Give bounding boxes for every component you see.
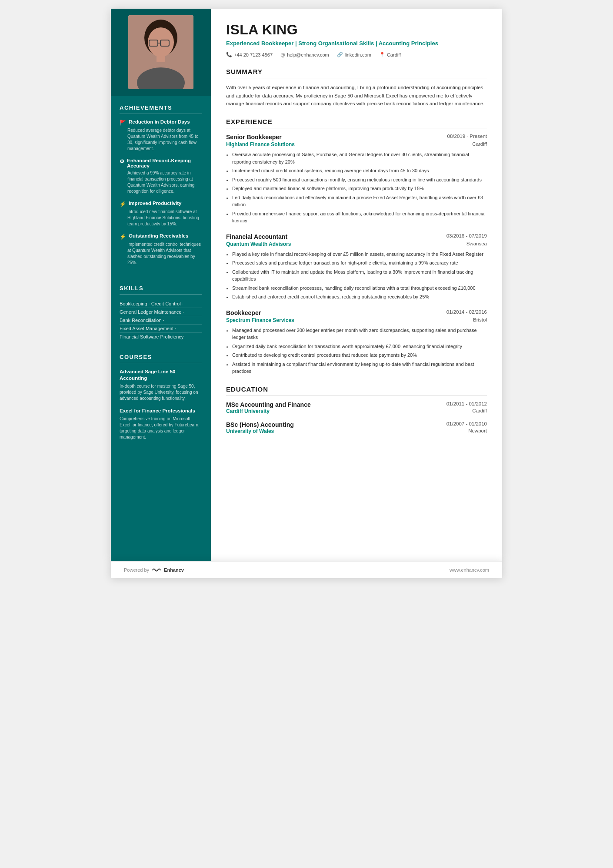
- jobs-list: Senior Bookkeeper 08/2019 - Present High…: [226, 134, 487, 375]
- email-contact: @ help@enhancv.com: [280, 52, 329, 57]
- job-company: Quantum Wealth Advisors: [226, 241, 291, 247]
- candidate-name: ISLA KING: [226, 22, 487, 38]
- job-header: Bookkeeper 01/2014 - 02/2016: [226, 309, 487, 316]
- skill-item: General Ledger Maintenance ·: [120, 308, 202, 316]
- achievement-title: ⚡ Outstanding Receivables: [120, 233, 202, 240]
- job-dates: 08/2019 - Present: [447, 134, 487, 139]
- course-title: Advanced Sage Line 50 Accounting: [120, 369, 202, 382]
- page-footer: Powered by Enhancv www.enhancv.com: [111, 561, 502, 578]
- achievement-desc: Reduced average debtor days at Quantum W…: [120, 127, 202, 152]
- achievement-item: 🚩 Reduction in Debtor Days Reduced avera…: [120, 119, 202, 152]
- location-contact: 📍 Cardiff: [379, 52, 401, 57]
- avatar-container: [111, 9, 211, 96]
- skill-item: Fixed Asset Management ·: [120, 325, 202, 333]
- edu-header: MSc Accounting and Finance 01/2011 - 01/…: [226, 401, 487, 408]
- job-header: Financial Accountant 03/2016 - 07/2019: [226, 233, 487, 240]
- skills-section: SKILLS Bookkeeping · Credit Control ·Gen…: [111, 276, 211, 345]
- edu-header: BSc (Hons) Accounting 01/2007 - 01/2010: [226, 421, 487, 428]
- website-contact: 🔗 linkedin.com: [337, 52, 371, 57]
- skills-title: SKILLS: [120, 285, 202, 295]
- job-item: Bookkeeper 01/2014 - 02/2016 Spectrum Fi…: [226, 309, 487, 375]
- achievement-item: ⚙ Enhanced Record-Keeping Accuracy Achie…: [120, 158, 202, 194]
- edu-school-row: Cardiff University Cardiff: [226, 408, 487, 414]
- job-bullet: Oversaw accurate processing of Sales, Pu…: [232, 151, 487, 165]
- job-bullet: Processed roughly 500 financial transact…: [232, 176, 487, 184]
- skill-item: Financial Software Proficiency: [120, 333, 202, 341]
- job-item: Financial Accountant 03/2016 - 07/2019 Q…: [226, 233, 487, 301]
- course-desc: Comprehensive training on Microsoft Exce…: [120, 416, 202, 440]
- achievement-desc: Implemented credit control techniques at…: [120, 241, 202, 266]
- profile-header: ISLA KING Experienced Bookkeeper | Stron…: [226, 22, 487, 57]
- phone-icon: 📞: [226, 52, 232, 57]
- job-company-row: Spectrum Finance Services Bristol: [226, 317, 487, 323]
- job-header: Senior Bookkeeper 08/2019 - Present: [226, 134, 487, 141]
- job-title: Financial Accountant: [226, 233, 287, 240]
- footer-brand: Powered by Enhancv: [124, 567, 184, 573]
- job-bullet: Managed and processed over 200 ledger en…: [232, 327, 487, 341]
- job-bullet: Contributed to developing credit control…: [232, 352, 487, 359]
- job-company-row: Quantum Wealth Advisors Swansea: [226, 241, 487, 247]
- achievement-title: ⚡ Improved Productivity: [120, 201, 202, 207]
- main-content: ISLA KING Experienced Bookkeeper | Stron…: [211, 9, 502, 561]
- courses-list: Advanced Sage Line 50 Accounting In-dept…: [120, 369, 202, 440]
- education-title: EDUCATION: [226, 385, 487, 396]
- experience-title: EXPERIENCE: [226, 118, 487, 128]
- job-dates: 01/2014 - 02/2016: [446, 309, 487, 315]
- achievement-item: ⚡ Improved Productivity Introduced new f…: [120, 201, 202, 227]
- link-icon: 🔗: [337, 52, 343, 57]
- achievement-title: 🚩 Reduction in Debtor Days: [120, 119, 202, 126]
- job-company: Highland Finance Solutions: [226, 141, 295, 147]
- job-title: Senior Bookkeeper: [226, 134, 282, 141]
- contact-line: 📞 +44 20 7123 4567 @ help@enhancv.com 🔗 …: [226, 52, 487, 57]
- skill-item: Bank Reconciliation ·: [120, 316, 202, 325]
- location-icon: 📍: [379, 52, 385, 57]
- skills-list: Bookkeeping · Credit Control ·General Le…: [120, 300, 202, 341]
- edu-degree: MSc Accounting and Finance: [226, 401, 311, 408]
- course-item: Excel for Finance Professionals Comprehe…: [120, 408, 202, 440]
- email-icon: @: [280, 52, 285, 57]
- summary-text: With over 5 years of experience in finan…: [226, 84, 487, 107]
- achievement-desc: Achieved a 99% accuracy rate in financia…: [120, 170, 202, 194]
- summary-title: SUMMARY: [226, 68, 487, 78]
- edu-location: Newport: [468, 428, 487, 434]
- job-company-row: Highland Finance Solutions Cardiff: [226, 141, 487, 147]
- course-title: Excel for Finance Professionals: [120, 408, 202, 414]
- footer-url: www.enhancv.com: [450, 567, 489, 573]
- job-bullet: Implemented robust credit control system…: [232, 167, 487, 174]
- powered-by-text: Powered by: [124, 567, 149, 573]
- edu-dates: 01/2011 - 01/2012: [446, 401, 487, 408]
- candidate-title: Experienced Bookkeeper | Strong Organisa…: [226, 40, 487, 47]
- job-bullet: Provided comprehensive finance support a…: [232, 210, 487, 225]
- job-bullet: Played a key role in financial record-ke…: [232, 251, 487, 258]
- job-dates: 03/2016 - 07/2019: [446, 233, 487, 238]
- course-item: Advanced Sage Line 50 Accounting In-dept…: [120, 369, 202, 402]
- job-bullet: Led daily bank reconciliations and effec…: [232, 194, 487, 208]
- achievement-desc: Introduced new financial software at Hig…: [120, 209, 202, 227]
- job-bullet: Deployed and maintained financial softwa…: [232, 185, 487, 192]
- job-location: Bristol: [473, 317, 487, 323]
- education-item: MSc Accounting and Finance 01/2011 - 01/…: [226, 401, 487, 414]
- job-item: Senior Bookkeeper 08/2019 - Present High…: [226, 134, 487, 225]
- achievement-title: ⚙ Enhanced Record-Keeping Accuracy: [120, 158, 202, 168]
- job-title: Bookkeeper: [226, 309, 261, 316]
- achievement-item: ⚡ Outstanding Receivables Implemented cr…: [120, 233, 202, 266]
- job-location: Cardiff: [472, 141, 487, 147]
- edu-location: Cardiff: [472, 408, 487, 414]
- achievements-title: ACHIEVEMENTS: [120, 104, 202, 114]
- job-company: Spectrum Finance Services: [226, 317, 294, 323]
- edu-school: University of Wales: [226, 428, 274, 434]
- achievement-icon: 🚩: [120, 120, 126, 126]
- edu-degree: BSc (Hons) Accounting: [226, 421, 294, 428]
- job-bullet: Organized daily bank reconciliation for …: [232, 343, 487, 350]
- job-bullets: Played a key role in financial record-ke…: [226, 251, 487, 301]
- education-section: EDUCATION MSc Accounting and Finance 01/…: [226, 385, 487, 434]
- courses-title: COURSES: [120, 354, 202, 363]
- education-list: MSc Accounting and Finance 01/2011 - 01/…: [226, 401, 487, 434]
- job-bullet: Collaborated with IT to maintain and upd…: [232, 268, 487, 283]
- job-bullet: Assisted in maintaining a compliant fina…: [232, 361, 487, 375]
- enhancv-logo-icon: [152, 567, 161, 573]
- achievements-list: 🚩 Reduction in Debtor Days Reduced avera…: [120, 119, 202, 266]
- courses-section: COURSES Advanced Sage Line 50 Accounting…: [111, 345, 211, 451]
- education-item: BSc (Hons) Accounting 01/2007 - 01/2010 …: [226, 421, 487, 434]
- job-bullet: Streamlined bank reconciliation processe…: [232, 285, 487, 292]
